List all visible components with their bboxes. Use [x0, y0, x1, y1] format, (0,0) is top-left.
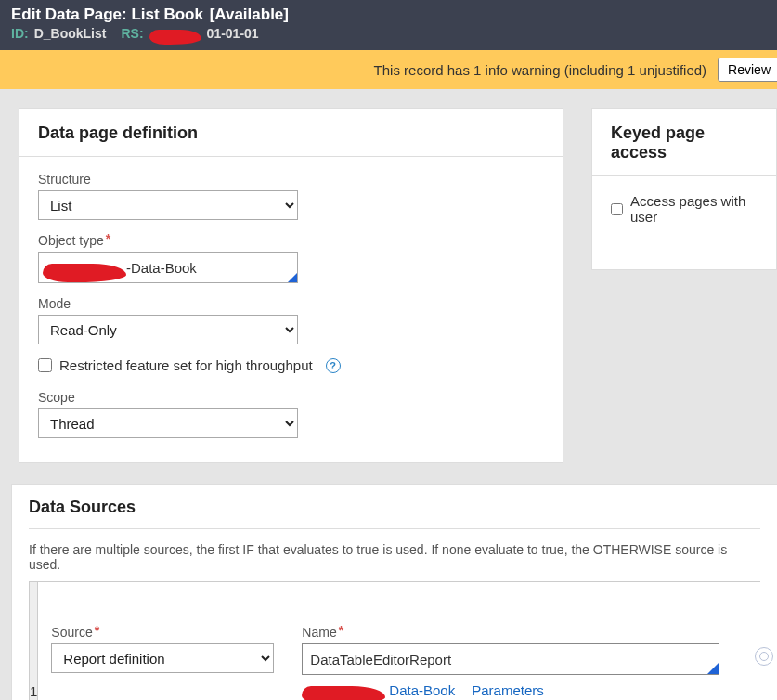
structure-select[interactable]: List [38, 190, 298, 220]
source-links-row: Data-Book Parameters [302, 681, 719, 699]
source-column: Source Report definition [51, 625, 274, 673]
object-type-value: -Data-Book [126, 260, 197, 276]
source-row-number: 1 [30, 582, 38, 700]
review-button[interactable]: Review [718, 58, 777, 82]
name-input[interactable]: DataTableEditorReport [302, 643, 719, 675]
rs-label: RS: [121, 26, 143, 41]
help-icon[interactable]: ? [326, 358, 341, 373]
mode-field: Mode Read-Only [38, 296, 544, 344]
data-sources-note: If there are multiple sources, the first… [29, 542, 760, 572]
edit-label: Edit [11, 6, 41, 23]
autocomplete-corner-icon [288, 273, 297, 282]
page-title: Data Page: List Book [45, 6, 203, 23]
id-value: D_BookList [34, 26, 107, 41]
id-label: ID: [11, 26, 29, 41]
object-type-field: Object type -Data-Book [38, 233, 544, 283]
data-sources-panel: Data Sources If there are multiple sourc… [11, 484, 777, 700]
definition-panel: Data page definition Structure List Obje… [19, 108, 563, 463]
data-sources-heading: Data Sources [29, 498, 760, 529]
page-title-row: Edit Data Page: List Book [Available] [11, 6, 766, 24]
mode-select[interactable]: Read-Only [38, 315, 298, 344]
definition-heading: Data page definition [19, 109, 563, 157]
main-columns: Data page definition Structure List Obje… [0, 89, 777, 463]
source-label: Source [51, 625, 274, 640]
warning-bar: This record has 1 info warning (includin… [0, 50, 777, 89]
restricted-checkbox[interactable] [38, 358, 52, 372]
parameters-link[interactable]: Parameters [472, 682, 544, 698]
warning-text: This record has 1 info warning (includin… [374, 62, 707, 78]
keyed-access-panel: Keyed page access Access pages with user [591, 108, 777, 270]
name-value: DataTableEditorReport [310, 652, 451, 668]
scope-field: Scope Thread [38, 390, 544, 438]
restricted-label: Restricted feature set for high throughp… [59, 357, 313, 373]
target-icon[interactable] [755, 647, 773, 666]
redacted-rs [149, 30, 201, 45]
page-header: Edit Data Page: List Book [Available] ID… [0, 0, 777, 50]
keyed-body: Access pages with user [592, 176, 776, 241]
mode-label: Mode [38, 296, 544, 311]
redacted-object-prefix [43, 264, 126, 282]
restricted-row: Restricted feature set for high throughp… [38, 357, 544, 373]
scope-label: Scope [38, 390, 544, 405]
source-select[interactable]: Report definition [51, 643, 274, 673]
access-row: Access pages with user [611, 193, 758, 225]
data-book-link[interactable]: Data-Book [389, 682, 455, 698]
scope-select[interactable]: Thread [38, 408, 298, 438]
rs-suffix: 01-01-01 [207, 26, 259, 41]
access-checkbox[interactable] [611, 202, 623, 216]
data-sources-grid: 1 Source Report definition Name DataTabl… [29, 581, 760, 700]
name-label: Name [302, 625, 719, 640]
object-type-input[interactable]: -Data-Book [38, 252, 298, 283]
header-subrow: ID: D_BookList RS: 01-01-01 [11, 26, 766, 41]
object-type-label: Object type [38, 233, 544, 248]
autocomplete-corner-icon [707, 663, 719, 674]
availability-badge: [Available] [210, 6, 289, 23]
access-label: Access pages with user [630, 193, 758, 225]
source-row-content: Source Report definition Name DataTableE… [38, 582, 777, 700]
keyed-heading: Keyed page access [592, 109, 776, 176]
name-column: Name DataTableEditorReport Data-Book Par… [302, 625, 719, 699]
structure-label: Structure [38, 172, 544, 187]
structure-field: Structure List [38, 172, 544, 220]
definition-body: Structure List Object type -Data-Book Mo… [19, 157, 563, 462]
redacted-class-prefix [302, 686, 385, 700]
